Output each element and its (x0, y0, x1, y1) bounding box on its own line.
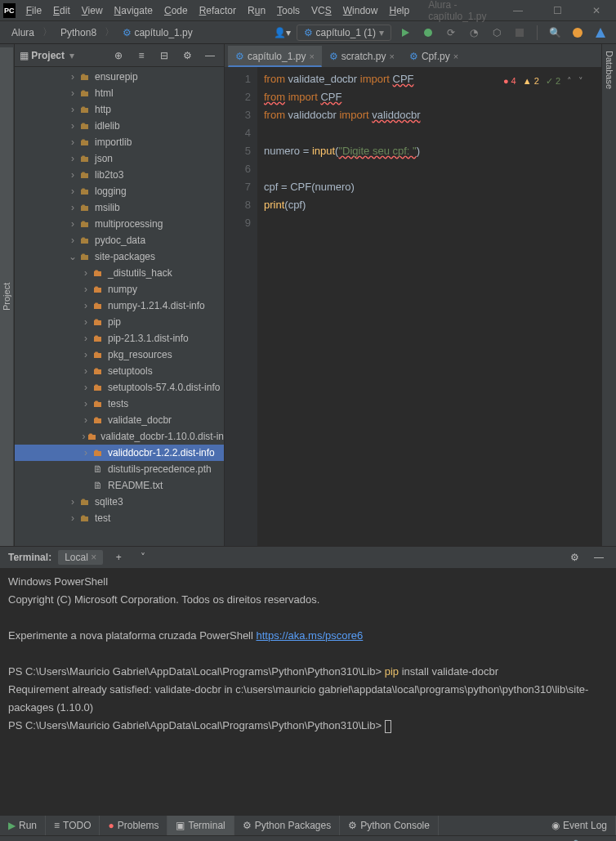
tree-item[interactable]: ›🖿pip-21.3.1.dist-info (15, 330, 224, 347)
tree-item[interactable]: ›🖿pip (15, 314, 224, 330)
menu-help[interactable]: Help (383, 0, 415, 21)
hide-icon[interactable]: — (590, 548, 608, 566)
expand-arrow-icon[interactable]: › (80, 333, 92, 344)
close-icon[interactable]: × (390, 51, 395, 61)
event-log-tool-tab[interactable]: ◉Event Log (543, 816, 616, 835)
expand-arrow-icon[interactable]: › (67, 71, 78, 83)
tree-item[interactable]: ›🖿lib2to3 (15, 167, 224, 183)
tree-item[interactable]: ›🖿idlelib (15, 118, 224, 134)
expand-arrow-icon[interactable]: › (80, 447, 92, 459)
debug-button[interactable] (419, 24, 437, 42)
expand-arrow-icon[interactable]: › (80, 316, 92, 328)
search-icon[interactable]: 🔍 (546, 24, 564, 42)
tree-item[interactable]: ›🖿test (15, 510, 224, 526)
chevron-down-icon[interactable]: ˅ (134, 548, 152, 566)
expand-arrow-icon[interactable]: › (67, 496, 78, 508)
tab-capitulo1[interactable]: ⚙capítulo_1.py× (228, 46, 322, 67)
tree-item[interactable]: ›🖿ensurepip (15, 69, 224, 85)
tab-cpf[interactable]: ⚙Cpf.py× (402, 46, 466, 67)
tree-item[interactable]: ›🖿importlib (15, 134, 224, 150)
tree-item[interactable]: ⌄🖿site-packages (15, 248, 224, 265)
menu-refactor[interactable]: Refactor (194, 0, 242, 21)
expand-arrow-icon[interactable]: › (67, 512, 78, 524)
menu-window[interactable]: Window (337, 0, 384, 21)
locate-icon[interactable]: ⊕ (109, 47, 127, 65)
close-icon[interactable]: ✕ (580, 0, 613, 21)
run-config-dropdown[interactable]: ⚙ capítulo_1 (1) ▾ (297, 25, 391, 41)
gear-icon[interactable]: ⚙ (178, 47, 196, 65)
tree-item[interactable]: ›🖿multiprocessing (15, 216, 224, 232)
stop-button[interactable] (511, 24, 529, 42)
user-icon[interactable]: 👤▾ (274, 24, 292, 42)
code-editor[interactable]: 123 456 789 ● 4 ▲ 2 ✓ 2 ˄ ˅ from validat… (225, 67, 601, 546)
close-icon[interactable]: × (453, 51, 458, 61)
expand-arrow-icon[interactable]: › (80, 414, 92, 426)
expand-arrow-icon[interactable]: › (80, 349, 92, 360)
code-content[interactable]: ● 4 ▲ 2 ✓ 2 ˄ ˅ from validate_docbr impo… (257, 67, 601, 546)
tab-scratch[interactable]: ⚙scratch.py× (322, 46, 402, 67)
weak-warning-badge[interactable]: ✓ 2 (546, 72, 560, 90)
tree-item[interactable]: 🗎distutils-precedence.pth (15, 461, 224, 477)
expand-all-icon[interactable]: ≡ (132, 47, 150, 65)
expand-arrow-icon[interactable]: › (67, 104, 78, 115)
collapse-all-icon[interactable]: ⊟ (155, 47, 173, 65)
tree-item[interactable]: ›🖿numpy (15, 281, 224, 297)
expand-arrow-icon[interactable]: › (67, 202, 78, 213)
tree-item[interactable]: ›🖿numpy-1.21.4.dist-info (15, 297, 224, 314)
powershell-link[interactable]: https://aka.ms/pscore6 (257, 629, 364, 642)
database-tool-tab[interactable]: Database (603, 44, 616, 546)
breadcrumb-item[interactable]: Python8 (56, 25, 101, 40)
menu-edit[interactable]: Edit (47, 0, 76, 21)
tree-item[interactable]: ›🖿setuptools (15, 363, 224, 379)
tree-item[interactable]: ›🖿msilib (15, 199, 224, 216)
gear-icon[interactable]: ⚙ (565, 548, 583, 566)
menu-vcs[interactable]: VCS (306, 0, 337, 21)
expand-arrow-icon[interactable]: › (80, 398, 92, 409)
expand-arrow-icon[interactable]: › (80, 284, 92, 295)
warning-badge[interactable]: ▲ 2 (523, 72, 539, 90)
close-icon[interactable]: × (91, 552, 96, 563)
expand-arrow-icon[interactable]: › (67, 87, 78, 99)
error-badge[interactable]: ● 4 (503, 72, 516, 90)
expand-arrow-icon[interactable]: › (67, 136, 78, 148)
tree-item[interactable]: ›🖿validate_docbr (15, 412, 224, 428)
tree-item[interactable]: ›🖿pkg_resources (15, 347, 224, 363)
tree-item[interactable]: 🗎README.txt (15, 477, 224, 494)
chevron-up-icon[interactable]: ˄ (567, 72, 572, 90)
expand-arrow-icon[interactable]: › (67, 169, 78, 181)
profiler-icon[interactable]: ◔ (465, 24, 483, 42)
inspection-badges[interactable]: ● 4 ▲ 2 ✓ 2 ˄ ˅ (503, 72, 583, 90)
hide-icon[interactable]: — (201, 47, 219, 65)
run-tool-tab[interactable]: ▶Run (0, 816, 46, 835)
concurrent-icon[interactable]: ⬡ (488, 24, 506, 42)
tree-item[interactable]: ›🖿html (15, 85, 224, 101)
expand-arrow-icon[interactable]: › (67, 186, 78, 197)
tree-item[interactable]: ›🖿logging (15, 183, 224, 199)
tree-item[interactable]: ›🖿_distutils_hack (15, 265, 224, 281)
tree-item[interactable]: ›🖿setuptools-57.4.0.dist-info (15, 379, 224, 396)
expand-arrow-icon[interactable]: › (80, 267, 92, 279)
run-with-coverage-icon[interactable]: ⟳ (442, 24, 460, 42)
expand-arrow-icon[interactable]: › (80, 365, 92, 377)
python-console-tool-tab[interactable]: ⚙Python Console (340, 816, 439, 835)
chevron-down-icon[interactable]: ˅ (578, 72, 583, 90)
menu-code[interactable]: Code (158, 0, 194, 21)
tree-item[interactable]: ›🖿validdocbr-1.2.2.dist-info (15, 445, 224, 461)
menu-tools[interactable]: Tools (271, 0, 306, 21)
menu-navigate[interactable]: Navigate (109, 0, 158, 21)
tree-item[interactable]: ›🖿pydoc_data (15, 232, 224, 248)
expand-arrow-icon[interactable]: › (80, 300, 92, 311)
python-packages-tool-tab[interactable]: ⚙Python Packages (234, 816, 340, 835)
problems-tool-tab[interactable]: ●Problems (100, 816, 167, 835)
breadcrumb-item[interactable]: Alura (7, 25, 39, 40)
menu-file[interactable]: File (20, 0, 47, 21)
terminal-tab-local[interactable]: Local × (58, 550, 103, 565)
expand-arrow-icon[interactable]: › (67, 120, 78, 132)
menu-run[interactable]: Run (242, 0, 271, 21)
todo-tool-tab[interactable]: ≡TODO (46, 816, 100, 835)
expand-arrow-icon[interactable]: › (67, 235, 78, 246)
expand-arrow-icon[interactable]: › (80, 431, 87, 442)
add-terminal-icon[interactable]: + (109, 548, 127, 566)
terminal-tool-tab[interactable]: ▣Terminal (167, 816, 234, 835)
run-button[interactable] (396, 24, 414, 42)
